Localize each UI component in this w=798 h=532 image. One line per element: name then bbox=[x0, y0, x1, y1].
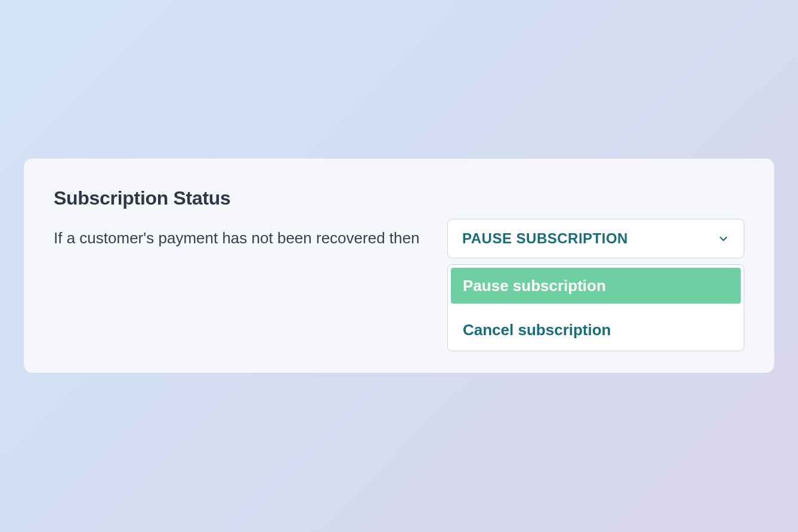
subscription-action-dropdown: Pause subscription Cancel subscription bbox=[447, 264, 744, 351]
dropdown-option-cancel[interactable]: Cancel subscription bbox=[451, 312, 741, 348]
subscription-action-select-wrap: PAUSE SUBSCRIPTION Pause subscription Ca… bbox=[447, 219, 744, 258]
subscription-action-select[interactable]: PAUSE SUBSCRIPTION bbox=[447, 219, 744, 258]
subscription-status-card: Subscription Status If a customer's paym… bbox=[24, 159, 774, 373]
dropdown-option-pause[interactable]: Pause subscription bbox=[451, 268, 741, 304]
settings-row: If a customer's payment has not been rec… bbox=[54, 219, 744, 258]
description-text: If a customer's payment has not been rec… bbox=[54, 219, 419, 250]
section-title: Subscription Status bbox=[54, 187, 744, 209]
select-current-value: PAUSE SUBSCRIPTION bbox=[462, 230, 628, 247]
chevron-down-icon bbox=[717, 233, 729, 245]
